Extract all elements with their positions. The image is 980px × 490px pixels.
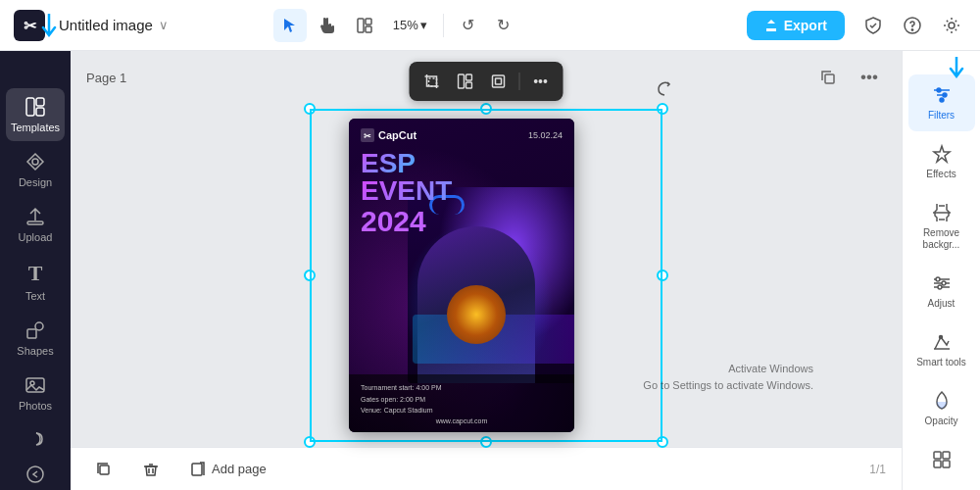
center-tools: 15% ▾ ↺ ↻ [273,9,520,42]
svg-text:✂: ✂ [364,131,371,141]
ctx-layout-button[interactable] [451,68,480,95]
svg-point-8 [949,23,955,28]
svg-rect-40 [934,461,941,467]
topbar-right-icons [857,9,968,42]
document-title: Untitled image [59,17,153,33]
svg-point-18 [27,466,43,482]
handle-top-left[interactable] [304,103,316,115]
svg-marker-33 [934,146,950,162]
handle-top-right[interactable] [657,103,668,115]
undo-redo-group: ↺ ↻ [452,9,520,42]
title-area: Untitled image ∨ [59,17,262,33]
svg-rect-25 [496,78,502,84]
canvas-more-button[interactable]: ••• [853,61,886,94]
undo-button[interactable]: ↺ [452,9,485,42]
export-button[interactable]: Export [747,11,845,40]
topbar: ✂ Untitled image ∨ 15% ▾ [0,0,980,51]
poster-card: ✂ CapCut 15.02.24 ESP EVENT 2024 [349,119,574,432]
right-item-more[interactable] [908,439,975,480]
sidebar-item-photos[interactable]: Photos [6,367,65,419]
sidebar-item-design[interactable]: Design [6,143,65,196]
sidebar-item-templates[interactable]: Templates [6,88,65,141]
svg-rect-23 [466,82,472,88]
ctx-more-button[interactable]: ••• [526,68,556,95]
svg-rect-13 [27,221,43,224]
svg-point-32 [940,98,944,102]
canvas-area: Page 1 ••• [71,51,902,490]
help-button[interactable] [896,9,929,42]
sidebar-item-text[interactable]: T Text [6,253,65,310]
right-item-filters[interactable]: Filters [908,74,975,131]
handle-middle-right[interactable] [657,270,668,281]
ctx-divider [519,73,520,90]
svg-point-34 [936,277,940,281]
duplicate-page-button[interactable] [86,456,122,483]
svg-rect-41 [943,461,950,467]
svg-rect-22 [466,74,472,80]
canvas-copy-button[interactable] [811,61,845,94]
canvas-bottom: Add page 1/1 [71,447,902,490]
sidebar-item-collapse[interactable] [6,457,65,490]
poster-logo: ✂ CapCut [361,128,416,142]
svg-point-12 [32,159,38,165]
sidebar-item-upload[interactable]: Upload [6,198,65,251]
handle-top-middle[interactable] [480,103,492,115]
svg-point-7 [911,28,912,29]
svg-rect-11 [36,108,44,116]
activate-windows-watermark: Activate Windows Go to Settings to activ… [643,361,813,393]
zoom-control[interactable]: 15% ▾ [385,14,435,36]
svg-rect-3 [358,19,364,32]
hand-tool-button[interactable] [311,9,344,42]
handle-middle-left[interactable] [304,270,316,281]
right-item-smart-tools[interactable]: Smart tools [908,321,975,378]
delete-page-button[interactable] [133,456,169,483]
right-sidebar: Filters Effects Remove backgr... [902,51,980,490]
sidebar-item-moon[interactable] [6,421,65,457]
svg-point-31 [943,93,947,97]
handle-bottom-right[interactable] [657,436,668,448]
settings-button[interactable] [935,9,968,42]
right-item-opacity[interactable]: Opacity [908,380,975,437]
svg-text:✂: ✂ [24,18,37,34]
svg-rect-20 [429,78,437,86]
page-label: Page 1 [86,71,126,85]
handle-rotate[interactable] [657,81,668,93]
zoom-chevron-icon: ▾ [420,18,427,32]
svg-rect-21 [459,74,465,88]
ctx-frame-button[interactable] [484,68,514,95]
zoom-value: 15% [393,18,418,32]
poster-logo-row: ✂ CapCut 15.02.24 [349,119,574,146]
poster-inner: ✂ CapCut 15.02.24 ESP EVENT 2024 [349,119,574,432]
ctx-crop-button[interactable] [417,68,447,95]
canvas-top-right: ••• [811,61,886,94]
sidebar-bottom-spacer [6,421,65,490]
svg-rect-14 [27,329,36,338]
select-tool-button[interactable] [273,9,307,42]
poster-website: www.capcut.com [361,417,563,424]
poster-footer: Tournament start: 4:00 PM Gates open: 2:… [349,374,574,432]
poster-title-year: 2024 [349,205,574,238]
svg-rect-28 [100,466,109,474]
svg-rect-29 [192,464,202,475]
redo-button[interactable]: ↻ [487,9,520,42]
page-indicator: 1/1 [869,463,886,476]
svg-rect-10 [36,98,44,106]
canvas-main[interactable]: ••• [71,104,902,447]
svg-rect-5 [366,26,371,32]
app-logo: ✂ [12,8,47,43]
svg-point-15 [35,322,43,330]
handle-bottom-left[interactable] [304,436,316,448]
poster-date: 15.02.24 [528,130,563,140]
poster-footer-text: Tournament start: 4:00 PM Gates open: 2:… [361,382,563,416]
handle-bottom-middle[interactable] [480,436,492,448]
add-page-button[interactable]: Add page [180,456,276,483]
right-item-remove-bg[interactable]: Remove backgr... [908,192,975,261]
selection-container[interactable]: ••• [310,109,662,442]
title-chevron-icon: ∨ [159,18,169,32]
layout-tool-button[interactable] [348,9,381,42]
svg-point-36 [938,285,942,289]
right-item-effects[interactable]: Effects [908,133,975,190]
sidebar-item-shapes[interactable]: Shapes [6,312,65,365]
right-item-adjust[interactable]: Adjust [908,263,975,319]
shield-button[interactable] [857,9,890,42]
